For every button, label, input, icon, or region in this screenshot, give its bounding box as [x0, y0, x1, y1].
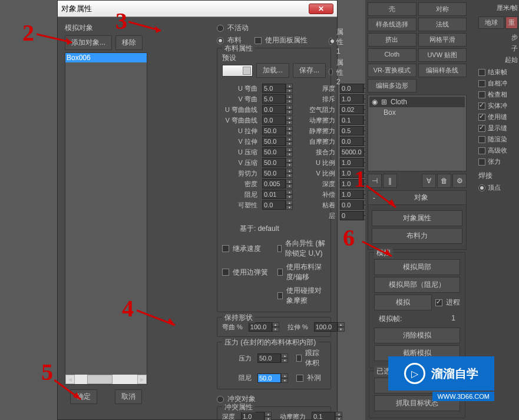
scroll-left-arrow[interactable]: ◂ [65, 375, 75, 384]
spinner-up[interactable]: ▴ [286, 105, 293, 110]
use-sew-checkbox[interactable] [478, 114, 485, 121]
object-list[interactable]: Box006 ◂ ▸ [65, 52, 147, 385]
eye-icon[interactable]: ◉ [372, 98, 378, 106]
rollout-toggle[interactable]: - [370, 194, 378, 202]
expand-icon[interactable]: ⊞ [381, 98, 387, 106]
seam-force-input[interactable] [340, 147, 363, 157]
spinner-up[interactable]: ▴ [281, 353, 288, 358]
spinner-up[interactable]: ▴ [335, 412, 342, 416]
tree-root[interactable]: ◉ ⊞ Cloth [369, 97, 465, 107]
end-frame-checkbox[interactable] [478, 69, 485, 76]
modifier-stack[interactable]: ◉ ⊞ Cloth Box [368, 95, 467, 171]
load-preset-button[interactable]: 加载... [256, 63, 289, 78]
horizontal-scrollbar[interactable]: ◂ ▸ [65, 375, 147, 384]
progress-checkbox[interactable] [435, 299, 442, 306]
cloth-force-button[interactable]: 布料力 [372, 228, 462, 244]
show-end-result-icon[interactable]: ‖ [383, 174, 397, 188]
u-scale-input[interactable] [340, 158, 363, 167]
v-bend-input[interactable] [262, 94, 286, 104]
normals-button[interactable]: 法线 [418, 18, 467, 31]
add-object-button[interactable]: 添加对象... [65, 35, 112, 50]
check-inter-checkbox[interactable] [478, 91, 485, 98]
spinner-up[interactable]: ▴ [272, 322, 279, 327]
cancel-button[interactable]: 取消 [115, 389, 142, 404]
spinner-up[interactable]: ▴ [265, 412, 272, 416]
spinner-down[interactable]: ▾ [286, 205, 293, 210]
tree-child[interactable]: Box [369, 107, 465, 118]
spinner-down[interactable]: ▾ [286, 141, 293, 146]
bend-pct-input[interactable] [249, 322, 272, 332]
v-bend-curve-input[interactable] [262, 115, 286, 125]
object-rollout-title[interactable]: 对象 [378, 193, 464, 203]
uvw-map-button[interactable]: UVW 贴图 [418, 48, 467, 62]
close-button[interactable]: ✕ [309, 4, 333, 14]
spinner-down[interactable]: ▾ [286, 88, 293, 93]
vertex-radio[interactable] [478, 184, 485, 191]
v-compress-input[interactable] [262, 158, 286, 167]
simulate-button[interactable]: 模拟 [374, 295, 432, 310]
damping-input[interactable] [262, 190, 286, 199]
inherit-velocity-checkbox[interactable] [222, 245, 229, 252]
use-edge-springs-checkbox[interactable] [222, 269, 229, 276]
spinner-down[interactable]: ▾ [265, 416, 272, 420]
cloth-radio[interactable] [217, 37, 224, 44]
coll-depth-input[interactable] [241, 412, 265, 420]
spline-select-button[interactable]: 样条线选择 [368, 18, 416, 31]
mesh-smooth-button[interactable]: 网格平滑 [418, 33, 467, 47]
spinner-down[interactable]: ▾ [286, 110, 293, 114]
spinner-up[interactable]: ▴ [286, 200, 293, 205]
cloth-button[interactable]: Cloth [368, 48, 416, 62]
configure-sets-icon[interactable]: ⚙ [452, 174, 467, 188]
spinner-up[interactable]: ▴ [286, 137, 293, 141]
inactive-radio[interactable] [217, 25, 224, 32]
sim-local-button[interactable]: 模拟局部 [374, 259, 460, 275]
depth-input[interactable] [340, 179, 363, 188]
spinner-down[interactable]: ▾ [286, 163, 293, 167]
anisotropic-checkbox[interactable] [277, 245, 282, 252]
offset-input[interactable] [340, 190, 363, 199]
spinner-up[interactable]: ▴ [286, 147, 293, 152]
spinner-down[interactable]: ▾ [281, 378, 288, 383]
stretch-pct-input[interactable] [314, 322, 338, 332]
scrollbar-thumb[interactable] [87, 375, 112, 384]
preset-dropdown[interactable]: ▾ [222, 65, 253, 77]
spinner-down[interactable]: ▾ [281, 358, 288, 363]
u-bend-input[interactable] [262, 84, 286, 93]
remove-button[interactable]: 移除 [115, 35, 143, 50]
v-stretch-input[interactable] [262, 137, 286, 146]
earth-button[interactable]: 地球 [478, 16, 504, 29]
spinner-up[interactable]: ▴ [286, 126, 293, 131]
spinner-down[interactable]: ▾ [335, 416, 342, 420]
object-props-button[interactable]: 对象属性 [372, 210, 462, 226]
spinner-down[interactable]: ▾ [286, 194, 293, 199]
density-input[interactable] [262, 179, 286, 188]
thickness-input[interactable] [340, 84, 363, 93]
self-collide-checkbox[interactable] [478, 80, 485, 87]
list-item[interactable]: Box006 [65, 53, 147, 62]
static-fric-input[interactable] [340, 126, 363, 135]
spinner-up[interactable]: ▴ [286, 115, 293, 120]
heavy-button[interactable]: 重 [505, 16, 518, 29]
shear-input[interactable] [262, 168, 286, 178]
vr-displace-button[interactable]: VR-置换模式 [368, 64, 416, 77]
repulsion-input[interactable] [340, 94, 363, 104]
spinner-up[interactable]: ▴ [286, 158, 293, 163]
dialog-titlebar[interactable]: 对象属性 ✕ [58, 1, 337, 17]
spinner-down[interactable]: ▾ [338, 327, 345, 332]
edit-spline-button[interactable]: 编辑样条线 [418, 64, 467, 77]
ok-button[interactable]: 确定 [70, 389, 97, 404]
tension-checkbox[interactable] [478, 158, 485, 166]
self-fric-input[interactable] [340, 137, 363, 146]
sim-local-damped-button[interactable]: 模拟局部（阻尼） [374, 277, 460, 293]
layer-input[interactable] [340, 211, 363, 220]
spinner-down[interactable]: ▾ [286, 184, 293, 188]
spinner-down[interactable]: ▾ [286, 99, 293, 104]
spinner-down[interactable]: ▾ [286, 120, 293, 125]
plasticity-input[interactable] [262, 200, 286, 210]
pin-stack-icon[interactable]: ⊣ [368, 174, 382, 188]
air-res-input[interactable] [340, 105, 363, 114]
collision-object-radio[interactable] [217, 396, 224, 403]
spinner-up[interactable]: ▴ [286, 179, 293, 184]
use-cloth-depth-checkbox[interactable] [277, 269, 283, 276]
save-preset-button[interactable]: 保存... [293, 63, 326, 78]
